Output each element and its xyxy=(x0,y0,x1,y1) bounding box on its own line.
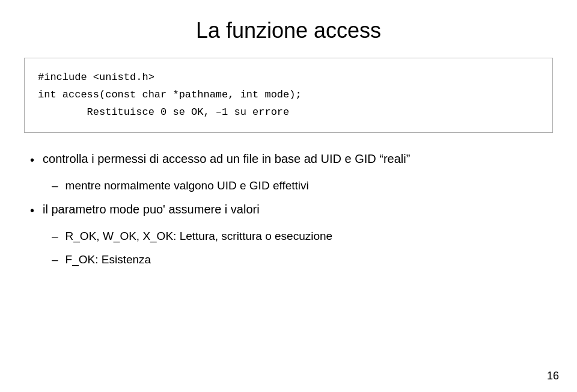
sub-bullet-text-2-1: R_OK, W_OK, X_OK: Lettura, scrittura o e… xyxy=(66,228,553,245)
sub-bullet-text-2-2: F_OK: Esistenza xyxy=(66,251,553,269)
sub-bullet-dash-2-1: – xyxy=(52,228,58,245)
content-section: • controlla i permessi di accesso ad un … xyxy=(24,150,553,269)
sub-bullet-dash-2-2: – xyxy=(52,251,58,269)
slide-title: La funzione access xyxy=(24,12,553,43)
bullet-item-1: • controlla i permessi di accesso ad un … xyxy=(30,150,553,169)
code-line-3: Restituisce 0 se OK, –1 su errore xyxy=(38,104,539,121)
bullet-dot-2: • xyxy=(30,201,34,219)
bullet-dot-1: • xyxy=(30,151,34,169)
sub-bullet-dash-1-1: – xyxy=(52,177,58,195)
sub-bullet-item-2-2: – F_OK: Esistenza xyxy=(52,251,553,269)
sub-bullet-text-1-1: mentre normalmente valgono UID e GID eff… xyxy=(66,177,553,195)
bullet-text-2: il parametro mode puo' assumere i valori xyxy=(43,200,553,218)
slide: La funzione access #include <unistd.h> i… xyxy=(0,0,577,392)
code-line-1: #include <unistd.h> xyxy=(38,69,539,87)
code-line-2: int access(const char *pathname, int mod… xyxy=(38,87,539,104)
sub-bullet-item-2-1: – R_OK, W_OK, X_OK: Lettura, scrittura o… xyxy=(52,228,553,245)
page-number: 16 xyxy=(547,370,559,382)
sub-bullet-item-1-1: – mentre normalmente valgono UID e GID e… xyxy=(52,177,553,195)
bullet-item-2: • il parametro mode puo' assumere i valo… xyxy=(30,200,553,219)
bullet-text-1: controlla i permessi di accesso ad un fi… xyxy=(43,150,553,168)
code-box: #include <unistd.h> int access(const cha… xyxy=(24,58,553,133)
